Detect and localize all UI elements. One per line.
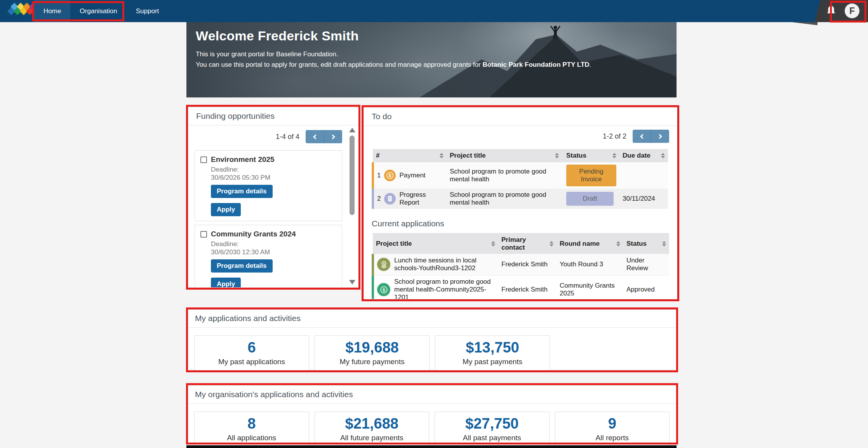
donation-icon: $ [377,258,390,271]
todo-col-project[interactable]: Project title [447,149,563,162]
stat-card-all-future-payments[interactable]: $21,688 All future payments [315,412,430,446]
coin-dollar-icon: $ [377,283,390,296]
deadline-value: 30/6/2026 05:30 PM [211,174,336,182]
stat-card-my-past-applications[interactable]: 6 My past applications [194,335,309,370]
project-title-cell: School program to promote good mental he… [394,278,495,299]
status-badge: Pending Invoice [566,165,616,186]
sort-icon [550,241,553,247]
stat-value: $13,750 [435,340,550,356]
payment-dollar-icon: $ [384,170,396,181]
current-applications-title: Current applications [372,216,669,233]
todo-col-status[interactable]: Status [563,149,619,162]
row-number: 2 [377,195,381,203]
application-row[interactable]: $ Lunch time sessions in local schools-Y… [373,254,669,275]
stat-label: My past payments [435,358,550,366]
welcome-banner: Welcome Frederick Smith This is your gra… [186,22,677,97]
cur-col-round[interactable]: Round name [557,233,623,254]
sort-icon [440,153,444,158]
stat-card-all-reports[interactable]: 9 All reports [555,412,670,446]
funding-opportunities-panel: Funding opportunities 1-4 of 4 Environme… [188,107,359,288]
stat-value: $27,750 [435,416,549,432]
stat-label: My future payments [315,358,429,366]
stat-label: All applications [195,434,309,442]
todo-panel: To do 1-2 of 2 # Project title Status Du… [364,108,677,299]
nav-tab-home[interactable]: Home [34,0,70,22]
project-title-cell: School program to promote good mental he… [447,189,563,209]
main-navigation: Home Organisation Support [34,0,168,22]
sort-icon [616,241,620,247]
user-avatar[interactable]: F [845,3,859,18]
my-activities-title: My applications and activities [187,310,677,328]
stat-value: $19,688 [315,340,429,356]
program-details-button[interactable]: Program details [211,185,273,198]
funding-opportunity-card: Environment 2025 Deadline: 30/6/2026 05:… [195,150,342,221]
stat-card-my-past-payments[interactable]: $13,750 My past payments [435,335,550,370]
stat-card-all-applications[interactable]: 8 All applications [194,412,309,446]
round-name-cell: Community Grants 2025 [557,275,623,299]
chevron-right-icon [657,134,662,139]
stat-card-my-future-payments[interactable]: $19,688 My future payments [315,335,430,370]
funding-prev-page-button[interactable] [306,130,324,143]
stat-value: 9 [555,416,670,432]
opportunity-checkbox[interactable] [200,156,207,163]
round-name-cell: Youth Round 3 [557,254,623,275]
svg-text:$: $ [383,287,385,292]
sort-icon [491,241,495,247]
deadline-label: Deadline: [211,240,336,248]
sort-icon [662,241,666,247]
todo-col-num[interactable]: # [373,149,447,162]
activity-type: Payment [399,172,425,179]
todo-col-due[interactable]: Due date [619,149,668,162]
scroll-down-icon[interactable] [349,280,355,285]
sort-icon [555,153,559,158]
top-navbar: Home Organisation Support F [0,0,868,22]
status-cell: Approved [623,275,669,299]
sort-icon [661,153,665,158]
status-cell: Under Review [623,254,669,275]
todo-row[interactable]: 1 $ Payment School program to promote go… [373,162,668,189]
stat-label: My past applications [195,358,309,366]
page-bottom-strip [186,445,677,448]
scroll-up-icon[interactable] [349,128,355,132]
organisation-activities-title: My organisation's applications and activ… [187,386,677,404]
activity-type: Progress Report [399,191,444,207]
todo-panel-title: To do [364,108,677,126]
application-row[interactable]: $ School program to promote good mental … [373,275,669,299]
stat-value: 6 [195,340,309,356]
welcome-line1: This is your grant portal for Baseline F… [196,50,667,59]
todo-prev-page-button[interactable] [633,130,651,143]
notifications-bell-icon[interactable] [825,4,838,17]
chevron-left-icon [640,134,645,139]
nav-tab-support[interactable]: Support [127,0,169,22]
stat-label: All reports [555,434,670,442]
todo-row[interactable]: 2 Progress Report School program to prom… [373,189,668,209]
funding-scrollbar [349,126,355,286]
chevron-left-icon [313,134,318,139]
status-badge: Draft [566,192,614,206]
program-details-button[interactable]: Program details [211,259,273,273]
apply-button[interactable]: Apply [211,203,241,216]
row-number: 1 [377,172,381,179]
project-title-cell: Lunch time sessions in local schools-You… [394,257,495,273]
opportunity-name: Environment 2025 [211,155,275,164]
opportunity-checkbox[interactable] [200,231,207,238]
nav-tab-organisation[interactable]: Organisation [70,0,126,22]
due-date-cell: 30/11/2024 [619,189,668,209]
stat-card-all-past-payments[interactable]: $27,750 All past payments [435,412,550,446]
scrollbar-thumb[interactable] [350,135,355,215]
opportunity-name: Community Grants 2024 [211,230,296,238]
organisation-activities-panel: My organisation's applications and activ… [187,385,677,448]
todo-pagination-label: 1-2 of 2 [603,132,626,141]
cur-col-status[interactable]: Status [623,233,669,254]
cur-col-project[interactable]: Project title [373,233,498,254]
apply-button[interactable]: Apply [211,278,241,288]
todo-next-page-button[interactable] [651,130,669,143]
funding-next-page-button[interactable] [324,130,342,143]
stat-value: 8 [195,416,309,432]
svg-text:$: $ [383,262,385,266]
primary-contact-cell: Frederick Smith [498,254,557,275]
welcome-line2: You can use this portal to apply for gra… [196,60,667,70]
funding-panel-title: Funding opportunities [188,108,358,125]
sort-icon [612,153,616,158]
cur-col-contact[interactable]: Primary contact [498,233,557,254]
